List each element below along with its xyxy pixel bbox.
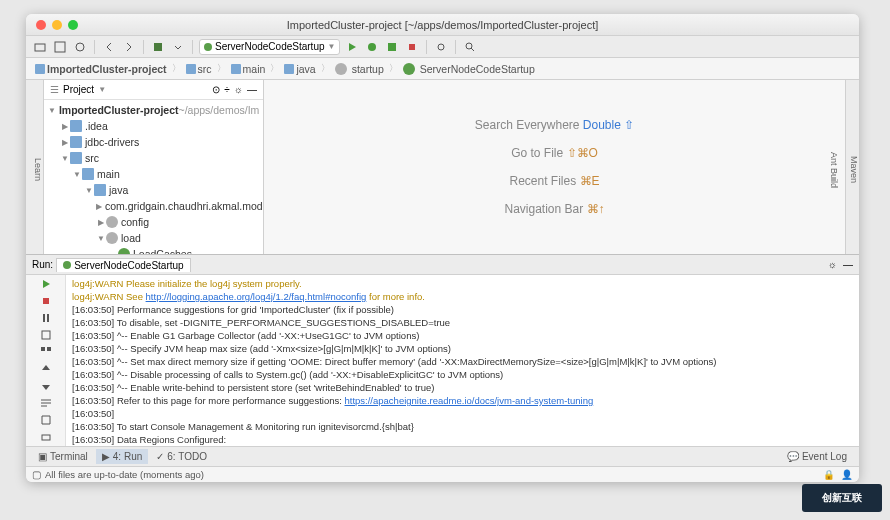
stop-icon[interactable] — [404, 39, 420, 55]
tree-item[interactable]: LoadCaches — [44, 246, 263, 254]
run-toolbar — [26, 275, 66, 446]
gutter-tab[interactable]: Learn — [33, 158, 43, 181]
editor-hint: Search Everywhere Double ⇧ — [475, 118, 634, 132]
tree-item[interactable]: ▼src — [44, 150, 263, 166]
breadcrumb-item[interactable]: ImportedCluster-project — [32, 63, 170, 75]
gutter-tab[interactable]: Maven — [849, 156, 859, 183]
breadcrumb-item[interactable]: ServerNodeCodeStartup — [400, 63, 538, 75]
settings-icon[interactable] — [433, 39, 449, 55]
event-log-icon: 💬 — [787, 451, 799, 462]
close-window-icon[interactable] — [36, 20, 46, 30]
tree-item[interactable]: ▶config — [44, 214, 263, 230]
folder-icon — [94, 184, 106, 196]
window-title: ImportedCluster-project [~/apps/demos/Im… — [26, 19, 859, 31]
gear-icon[interactable]: ☼ — [234, 84, 243, 95]
gutter-tab[interactable]: Ant Build — [829, 152, 839, 188]
lock-icon[interactable]: 🔒 — [823, 469, 835, 480]
tree-item[interactable]: ▶com.gridgain.chaudhri.akmal.mode — [44, 198, 263, 214]
coverage-icon[interactable] — [384, 39, 400, 55]
svg-point-2 — [76, 43, 84, 51]
run-icon[interactable] — [344, 39, 360, 55]
pause-icon[interactable] — [39, 312, 53, 324]
save-icon[interactable] — [52, 39, 68, 55]
tree-label: load — [121, 232, 141, 244]
back-icon[interactable] — [101, 39, 117, 55]
event-log-tab[interactable]: 💬 Event Log — [781, 449, 853, 464]
project-panel: ☰ Project ▼ ⊙ ÷ ☼ — ▼ImportedCluster-pro… — [44, 80, 264, 254]
run-label: Run: — [32, 259, 53, 270]
tree-item[interactable]: ▶.idea — [44, 118, 263, 134]
debug-icon[interactable] — [364, 39, 380, 55]
project-view-selector[interactable]: Project — [63, 84, 94, 95]
breadcrumb-item[interactable]: main — [228, 63, 269, 75]
svg-rect-15 — [42, 435, 50, 440]
tree-label: .idea — [85, 120, 108, 132]
up-icon[interactable] — [39, 363, 53, 375]
svg-rect-11 — [47, 314, 49, 322]
tree-item[interactable]: ▼main — [44, 166, 263, 182]
left-tool-gutter: Learn 1: Project 2: Favorites 7: Structu… — [26, 80, 44, 254]
open-icon[interactable] — [32, 39, 48, 55]
bottom-tab-run[interactable]: ▶4: Run — [96, 449, 148, 464]
run-tab[interactable]: ServerNodeCodeStartup — [56, 258, 191, 272]
forward-icon[interactable] — [121, 39, 137, 55]
wrap-icon[interactable] — [39, 397, 53, 409]
refresh-icon[interactable] — [72, 39, 88, 55]
minimize-icon[interactable]: — — [843, 259, 853, 270]
zoom-window-icon[interactable] — [68, 20, 78, 30]
chevron-down-icon[interactable] — [170, 39, 186, 55]
tree-item[interactable]: ▼java — [44, 182, 263, 198]
breadcrumb-item[interactable]: java — [281, 63, 318, 75]
hide-icon[interactable]: — — [247, 84, 257, 95]
console-link[interactable]: https://apacheignite.readme.io/docs/jvm-… — [345, 395, 594, 406]
class-icon — [403, 63, 415, 75]
svg-point-7 — [438, 44, 444, 50]
bottom-tab-terminal[interactable]: ▣Terminal — [32, 449, 94, 464]
expand-icon[interactable]: ÷ — [224, 84, 230, 95]
editor-hint: Recent Files ⌘E — [509, 174, 599, 188]
pkg-icon — [106, 216, 118, 228]
rerun-icon[interactable] — [39, 278, 53, 290]
run-config-icon — [204, 43, 212, 51]
console-line: [16:03:50] Performance suggestions for g… — [72, 303, 853, 316]
tree-item[interactable]: ▼ImportedCluster-project ~/apps/demos/Im — [44, 102, 263, 118]
svg-rect-5 — [388, 43, 396, 51]
scroll-icon[interactable] — [39, 414, 53, 426]
right-tool-gutter: Maven Ant Build — [845, 80, 859, 254]
tree-item[interactable]: ▼load — [44, 230, 263, 246]
collapse-icon[interactable]: ⊙ — [212, 84, 220, 95]
minimize-window-icon[interactable] — [52, 20, 62, 30]
tree-label: main — [97, 168, 120, 180]
gear-icon[interactable]: ☼ — [828, 259, 837, 270]
dump-icon[interactable] — [39, 329, 53, 341]
print-icon[interactable] — [39, 431, 53, 443]
bottom-tab-todo[interactable]: ✓6: TODO — [150, 449, 213, 464]
console-line: [16:03:50] ^-- Enable write-behind to pe… — [72, 381, 853, 394]
folder-icon — [70, 120, 82, 132]
folder-icon — [70, 152, 82, 164]
svg-rect-0 — [35, 44, 45, 51]
console-output[interactable]: log4j:WARN Please initialize the log4j s… — [66, 275, 859, 446]
stop-icon[interactable] — [39, 295, 53, 307]
search-icon[interactable] — [462, 39, 478, 55]
console-line: [16:03:50] — [72, 407, 853, 420]
layout-icon[interactable] — [39, 346, 53, 358]
console-line: [16:03:50] ^-- Set max direct memory siz… — [72, 355, 853, 368]
console-line: log4j:WARN Please initialize the log4j s… — [72, 277, 853, 290]
terminal-icon: ▣ — [38, 451, 47, 462]
breadcrumb-item[interactable]: src — [183, 63, 215, 75]
breadcrumb-item[interactable]: startup — [332, 63, 387, 75]
hector-icon[interactable]: 👤 — [841, 469, 853, 480]
project-tree[interactable]: ▼ImportedCluster-project ~/apps/demos/Im… — [44, 100, 263, 254]
console-link[interactable]: http://logging.apache.org/log4j/1.2/faq.… — [146, 291, 367, 302]
build-icon[interactable] — [150, 39, 166, 55]
todo-icon: ✓ — [156, 451, 164, 462]
down-icon[interactable] — [39, 380, 53, 392]
tree-item[interactable]: ▶jdbc-drivers — [44, 134, 263, 150]
run-config-selector[interactable]: ServerNodeCodeStartup ▼ — [199, 39, 340, 55]
console-line: log4j:WARN See http://logging.apache.org… — [72, 290, 853, 303]
editor-area: Search Everywhere Double ⇧ Go to File ⇧⌘… — [264, 80, 845, 254]
status-icon: ▢ — [32, 469, 41, 480]
tree-label: jdbc-drivers — [85, 136, 139, 148]
tree-label: com.gridgain.chaudhri.akmal.mode — [105, 200, 263, 212]
